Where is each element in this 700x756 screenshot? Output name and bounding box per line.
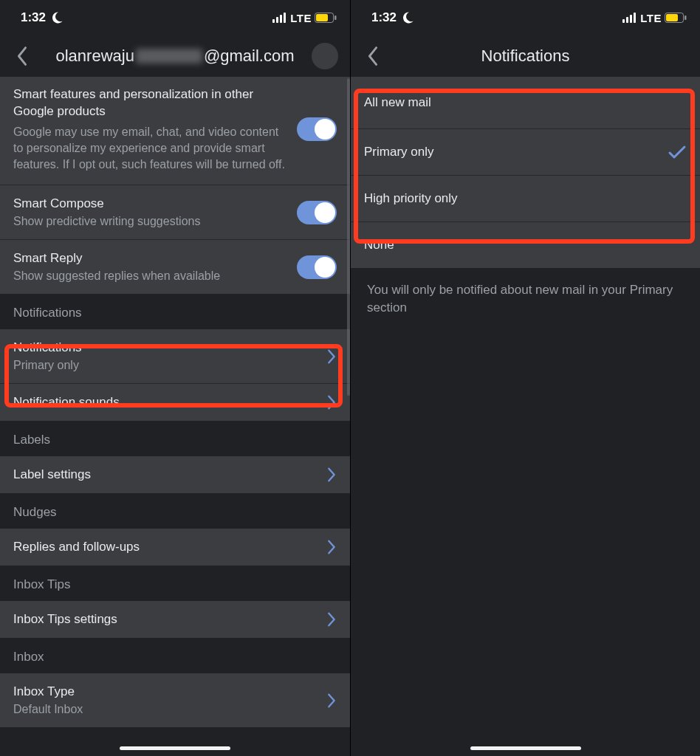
chevron-right-icon <box>326 467 337 483</box>
option-label: Primary only <box>364 144 660 160</box>
status-bar: 1:32 LTE <box>0 0 350 35</box>
do-not-disturb-icon <box>401 11 414 24</box>
option-label: High priority only <box>364 190 687 207</box>
svg-rect-10 <box>634 13 636 23</box>
svg-rect-13 <box>666 14 678 21</box>
row-title: Inbox Tips settings <box>13 611 319 628</box>
svg-rect-6 <box>316 14 328 21</box>
row-title: Label settings <box>13 467 319 483</box>
do-not-disturb-icon <box>50 11 64 24</box>
smart-personalization-row[interactable]: Smart features and personalization in ot… <box>0 77 350 185</box>
row-subtitle: Show suggested replies when available <box>13 268 289 284</box>
row-title: Smart features and personalization in ot… <box>13 86 286 120</box>
row-title: Smart Compose <box>13 196 289 212</box>
notification-options-list: All new mail Primary only High priority … <box>351 77 700 756</box>
section-labels-header: Labels <box>0 421 350 456</box>
nav-title-suffix: @gmail.com <box>204 47 295 66</box>
home-indicator[interactable] <box>470 746 581 750</box>
row-description: Google may use my email, chat, and video… <box>13 124 286 173</box>
notification-sounds-row[interactable]: Notification sounds <box>0 383 350 421</box>
row-title: Notification sounds <box>13 394 319 410</box>
back-button[interactable] <box>9 43 35 69</box>
chevron-left-icon <box>16 46 28 66</box>
row-title: Notifications <box>13 340 319 356</box>
section-inbox-header: Inbox <box>0 638 350 673</box>
chevron-right-icon <box>326 693 337 709</box>
chevron-left-icon <box>367 46 379 66</box>
option-none[interactable]: None <box>351 221 700 268</box>
option-label: None <box>364 237 687 253</box>
status-bar: 1:32 LTE <box>351 0 700 35</box>
svg-rect-3 <box>284 13 286 23</box>
row-title: Smart Reply <box>13 250 289 267</box>
battery-icon <box>665 13 687 23</box>
row-title: Inbox Type <box>13 684 319 700</box>
settings-list[interactable]: Smart features and personalization in ot… <box>0 77 350 756</box>
svg-rect-5 <box>334 16 337 20</box>
unknown-badge <box>312 43 338 69</box>
section-notifications-header: Notifications <box>0 294 350 329</box>
smart-personalization-toggle[interactable] <box>297 117 337 141</box>
svg-rect-12 <box>684 16 687 20</box>
svg-rect-1 <box>276 17 278 23</box>
smart-reply-row[interactable]: Smart Reply Show suggested replies when … <box>0 239 350 294</box>
smart-reply-toggle[interactable] <box>297 255 337 279</box>
nav-bar: Notifications <box>351 35 700 77</box>
inbox-type-row[interactable]: Inbox Type Default Inbox <box>0 673 350 727</box>
nav-bar: olanrewaju @gmail.com <box>0 35 350 77</box>
option-label: All new mail <box>364 94 687 111</box>
cell-signal-icon <box>272 13 287 23</box>
back-button[interactable] <box>360 43 386 69</box>
network-type-label: LTE <box>640 12 662 24</box>
svg-rect-9 <box>630 15 632 23</box>
status-time: 1:32 <box>371 10 397 25</box>
label-settings-row[interactable]: Label settings <box>0 456 350 493</box>
replies-followups-row[interactable]: Replies and follow-ups <box>0 529 350 566</box>
redacted-segment <box>136 49 202 63</box>
notifications-row[interactable]: Notifications Primary only <box>0 329 350 383</box>
chevron-right-icon <box>326 539 337 555</box>
row-subtitle: Show predictive writing suggestions <box>13 213 289 229</box>
section-inbox-tips-header: Inbox Tips <box>0 566 350 601</box>
smart-compose-toggle[interactable] <box>297 201 337 224</box>
row-title: Replies and follow-ups <box>13 539 319 555</box>
option-primary-only[interactable]: Primary only <box>351 128 700 175</box>
svg-rect-7 <box>622 19 625 23</box>
section-nudges-header: Nudges <box>0 493 350 529</box>
option-high-priority-only[interactable]: High priority only <box>351 175 700 221</box>
chevron-right-icon <box>326 394 337 410</box>
battery-icon <box>315 13 337 23</box>
svg-rect-0 <box>272 19 275 23</box>
nav-title-prefix: olanrewaju <box>56 47 134 66</box>
notifications-options-screen: 1:32 LTE <box>350 0 700 756</box>
option-all-new-mail[interactable]: All new mail <box>351 77 700 128</box>
settings-account-screen: 1:32 LTE <box>0 0 350 756</box>
svg-rect-2 <box>280 15 282 23</box>
svg-rect-8 <box>626 17 628 23</box>
row-subtitle: Default Inbox <box>13 701 319 717</box>
cell-signal-icon <box>622 13 637 23</box>
checkmark-icon <box>668 145 687 159</box>
smart-compose-row[interactable]: Smart Compose Show predictive writing su… <box>0 185 350 239</box>
inbox-tips-settings-row[interactable]: Inbox Tips settings <box>0 601 350 638</box>
notifications-footer-note: You will only be notified about new mail… <box>351 268 700 330</box>
home-indicator[interactable] <box>120 746 230 750</box>
nav-title: Notifications <box>481 47 570 66</box>
chevron-right-icon <box>326 611 337 628</box>
status-time: 1:32 <box>21 10 46 25</box>
network-type-label: LTE <box>290 12 312 24</box>
chevron-right-icon <box>326 348 337 365</box>
row-subtitle: Primary only <box>13 357 319 373</box>
